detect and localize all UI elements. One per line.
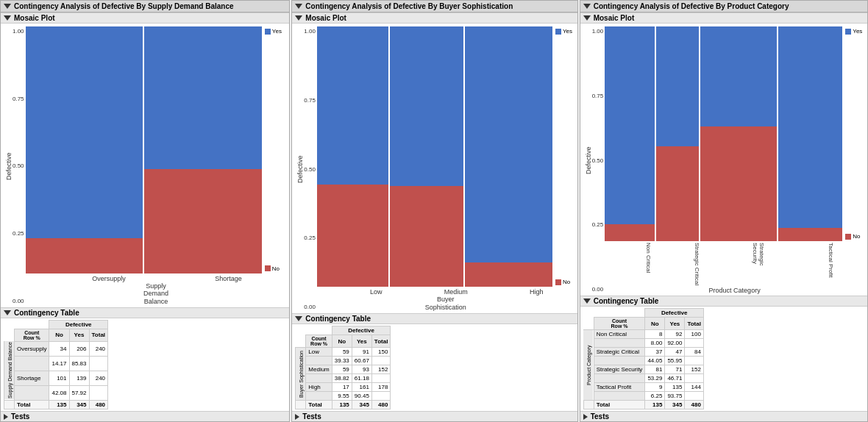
total-no-supply: 135 [49, 401, 69, 410]
x-axis-labels-supply: Oversupply Shortage [26, 273, 287, 282]
pct-nc-no: 8.00 [645, 339, 665, 348]
cell-high-no: 17 [332, 383, 352, 392]
legend-no-color-product [845, 234, 851, 240]
bar-nc-blue [605, 26, 655, 224]
legend-supply: Yes No [263, 26, 285, 273]
total-yes-supply: 345 [69, 401, 89, 410]
cell-medium-yes: 93 [352, 365, 371, 374]
row-header-product: Product Category [583, 330, 594, 401]
collapse-icon-supply[interactable] [4, 4, 11, 9]
mosaic-container-supply: Defective 1.00 0.75 0.50 0.25 0.00 [4, 26, 286, 306]
collapse-mosaic-supply[interactable] [4, 15, 11, 21]
total-row-buyer-empty [296, 401, 306, 410]
pct-sc-total [685, 357, 704, 365]
cont-table-product: Defective CountRow % No Yes Total Produc… [583, 308, 704, 410]
main-container: Contingency Analysis of Defective By Sup… [0, 0, 868, 422]
legend-no-supply: No [265, 265, 285, 272]
bar-low-red [317, 185, 388, 287]
cell-shortage-total: 240 [89, 371, 108, 385]
panel-product: Contingency Analysis of Defective By Pro… [580, 0, 868, 422]
cont-table-section-product: Contingency Table [580, 296, 867, 307]
mosaic-area-buyer: Defective 1.00 0.75 0.50 0.25 0.00 [292, 24, 577, 313]
x-label-strategic-security: Strategic Security [752, 243, 765, 287]
cell-shortage-no: 101 [49, 371, 69, 385]
collapse-table-supply[interactable] [4, 310, 11, 315]
cell-sc-no: 37 [645, 348, 665, 357]
legend-no-buyer: No [555, 279, 574, 285]
row-nc-pct [594, 339, 645, 348]
total-total-product: 480 [685, 401, 704, 410]
pct-low-no: 39.33 [332, 357, 352, 365]
total-row-product: Total [594, 401, 645, 410]
cell-low-yes: 91 [352, 348, 371, 357]
bar-tp-blue [778, 26, 842, 228]
x-label-shortage: Shortage [215, 275, 242, 282]
pct-tp-yes: 93.75 [665, 392, 685, 401]
bar-oversupply [26, 26, 143, 273]
collapse-table-buyer[interactable] [295, 316, 302, 321]
row-shortage: Shortage [15, 371, 49, 385]
mosaic-label-supply: Mosaic Plot [14, 14, 55, 22]
x-label-non-critical: Non Critical [645, 243, 652, 287]
total-no-product: 135 [645, 401, 665, 410]
bar-nc-red [605, 224, 655, 241]
mosaic-area-supply: Defective 1.00 0.75 0.50 0.25 0.00 [1, 24, 289, 307]
pct-shortage-total [89, 385, 108, 400]
mosaic-container-buyer: Defective 1.00 0.75 0.50 0.25 0.00 [295, 26, 574, 312]
pct-shortage-no: 42.08 [49, 385, 69, 400]
cont-table-section-supply: Contingency Table [1, 307, 289, 318]
tests-bar-product[interactable]: Tests [580, 411, 867, 421]
collapse-mosaic-product[interactable] [583, 15, 591, 21]
cont-table-section-buyer: Contingency Table [292, 313, 577, 324]
total-total-supply: 480 [89, 401, 108, 410]
cell-nc-no: 8 [645, 330, 665, 339]
collapse-icon-buyer[interactable] [295, 4, 302, 9]
panel-title-product: Contingency Analysis of Defective By Pro… [580, 1, 867, 12]
bar-oversupply-blue [26, 26, 143, 238]
legend-yes-label: Yes [272, 28, 282, 35]
row-sc-pct [594, 357, 645, 365]
collapse-icon-product[interactable] [583, 4, 591, 9]
mosaic-plot-product: Yes No Non Critical [605, 26, 864, 294]
legend-yes-label-buyer: Yes [563, 28, 572, 35]
defective-header-supply: Defective [49, 320, 108, 329]
cont-table-container-product: Defective CountRow % No Yes Total Produc… [580, 307, 867, 411]
y-axis-label-product: Defective [583, 26, 592, 294]
cell-tp-total: 144 [685, 383, 704, 392]
pct-nc-yes: 92.00 [665, 339, 685, 348]
tests-label-supply: Tests [11, 412, 29, 421]
y-axis-label-supply: Defective [4, 26, 13, 306]
bar-strategic-security [700, 26, 777, 241]
legend-buyer: Yes No [554, 26, 574, 287]
bar-medium [390, 26, 463, 287]
legend-yes-color-buyer [555, 29, 561, 35]
cell-sc-yes: 47 [665, 348, 685, 357]
panel-supply-demand: Contingency Analysis of Defective By Sup… [0, 0, 290, 422]
collapse-table-product[interactable] [583, 298, 591, 304]
mosaic-container-product: Defective 1.00 0.75 0.50 0.25 0.00 [583, 26, 864, 294]
pct-high-no: 9.55 [332, 392, 352, 401]
pct-ss-total [685, 374, 704, 383]
collapse-mosaic-buyer[interactable] [295, 15, 302, 21]
col-yes-product: Yes [665, 318, 685, 330]
cell-ss-yes: 71 [665, 365, 685, 374]
col-total-product: Total [685, 318, 704, 330]
row-high: High [306, 383, 332, 392]
col-no-supply: No [49, 329, 69, 341]
total-yes-buyer: 345 [352, 401, 371, 410]
tests-triangle-product [583, 414, 588, 420]
total-no-buyer: 135 [332, 401, 352, 410]
bar-strategic-critical [656, 26, 699, 241]
tests-label-product: Tests [591, 412, 609, 421]
pct-shortage-yes: 57.92 [69, 385, 89, 400]
count-row-header-product: CountRow % [594, 318, 645, 330]
cell-high-yes: 161 [352, 383, 371, 392]
cell-high-total: 178 [371, 383, 391, 392]
cell-oversupply-total: 240 [89, 341, 108, 356]
tests-bar-supply[interactable]: Tests [1, 411, 289, 421]
pct-sc-no: 44.05 [645, 357, 665, 365]
row-strategic-security: Strategic Security [594, 365, 645, 374]
cont-table-supply: Defective CountRow % No Yes Total Supply… [4, 320, 108, 410]
mosaic-area-product: Defective 1.00 0.75 0.50 0.25 0.00 [580, 24, 867, 296]
tests-bar-buyer[interactable]: Tests [292, 411, 577, 421]
